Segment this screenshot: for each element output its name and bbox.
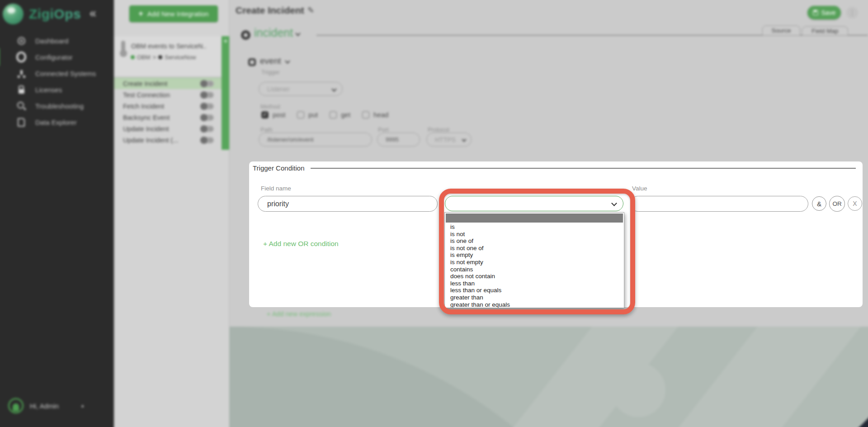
or-condition-button[interactable]: OR bbox=[829, 196, 845, 212]
chevron-down-icon bbox=[611, 200, 617, 206]
operator-option[interactable]: less than or equals bbox=[445, 287, 624, 294]
operator-option[interactable]: is not empty bbox=[445, 259, 624, 266]
operator-option[interactable]: is not one of bbox=[445, 245, 624, 252]
value-input[interactable] bbox=[630, 196, 808, 212]
operator-select[interactable] bbox=[445, 196, 623, 211]
field-name-label: Field name bbox=[261, 185, 291, 192]
operator-option[interactable]: contains bbox=[445, 266, 624, 273]
add-or-condition-link[interactable]: + Add new OR condition bbox=[263, 240, 339, 248]
operator-option[interactable]: is not bbox=[445, 231, 624, 238]
operator-dropdown-list: is is not is one of is not one of is emp… bbox=[444, 212, 624, 308]
operator-option[interactable]: less than bbox=[445, 280, 624, 287]
operator-options: is is not is one of is not one of is emp… bbox=[445, 223, 624, 308]
operator-option[interactable]: is empty bbox=[445, 251, 624, 259]
operator-empty-selected-row[interactable] bbox=[446, 214, 623, 223]
remove-condition-button[interactable]: X bbox=[848, 196, 862, 211]
operator-option[interactable]: greater than or equals bbox=[445, 301, 624, 308]
operator-option[interactable]: is one of bbox=[445, 237, 624, 245]
app-screen: ZigiOps « Dashboard Configurator bbox=[0, 0, 868, 427]
operator-option[interactable]: greater than bbox=[445, 294, 624, 301]
trigger-condition-title: Trigger Condition bbox=[253, 164, 305, 172]
and-condition-button[interactable]: & bbox=[812, 196, 826, 211]
value-label: Value bbox=[632, 185, 647, 192]
trigger-condition-overlay: Trigger Condition Field name Value & OR … bbox=[0, 0, 868, 427]
field-name-input[interactable] bbox=[258, 196, 438, 212]
operator-option[interactable]: does not contain bbox=[445, 273, 624, 280]
legend-line bbox=[311, 168, 856, 169]
operator-option[interactable]: is bbox=[445, 223, 624, 231]
